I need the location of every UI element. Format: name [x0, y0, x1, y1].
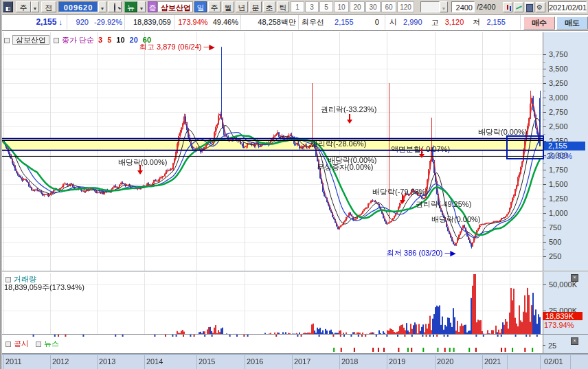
news-dropdown-icon[interactable]: ▼	[137, 1, 146, 12]
news-pane-close-icon[interactable]: ×	[571, 337, 578, 345]
current-price: 2,155	[36, 17, 56, 27]
candle-tool-icon[interactable]	[503, 2, 512, 12]
change-percent: -29.92%	[91, 18, 124, 26]
time-axis-separator	[196, 355, 197, 369]
disclosure-title[interactable]: 공시	[14, 339, 29, 348]
period-tab-일[interactable]: 일	[194, 1, 207, 12]
open-label: 시	[385, 18, 397, 26]
market-type-badge: 증	[148, 1, 157, 12]
panel-toggle-icon[interactable]: ◧	[3, 1, 13, 12]
axis-tick-dash	[543, 126, 546, 127]
interval-button-60[interactable]: 60	[381, 1, 396, 12]
open-value: 2,990	[399, 18, 422, 26]
interval-button-10[interactable]: 10	[334, 1, 349, 12]
axis-tick-dash	[543, 227, 546, 228]
bar-count-total-label: /2400	[477, 3, 496, 11]
period-tab-초[interactable]: 초	[263, 1, 275, 12]
volume-badge-percent: 173.94%	[544, 321, 574, 329]
time-axis-separator	[245, 355, 245, 369]
period-tab-분[interactable]: 분	[249, 1, 262, 12]
volume-pane-close-icon[interactable]: ×	[571, 274, 578, 282]
interval-button-5[interactable]: 5	[319, 1, 333, 12]
axis-tick-dash	[543, 98, 546, 98]
volume-cell: 18,839,059	[125, 15, 174, 30]
amount-cell: 48,258백만	[241, 15, 299, 30]
best-price: 2,155	[326, 18, 354, 26]
interval-button-20[interactable]: 20	[350, 1, 365, 12]
price-axis-label: 3,250	[549, 79, 568, 87]
interval-button-120[interactable]: 120	[397, 1, 414, 12]
annotation-arrow-icon: ─▶	[202, 43, 215, 51]
time-axis-separator	[97, 355, 98, 369]
buy-button[interactable]: 매수	[523, 16, 555, 30]
date-input[interactable]: 2021/02/01	[548, 1, 587, 12]
axis-tick-dash	[543, 134, 545, 135]
axis-tick-dash	[543, 345, 545, 346]
legend-stock-name[interactable]: 삼보산업	[12, 35, 49, 45]
volume-value: 18,839,059	[133, 18, 174, 26]
time-axis-separator	[387, 355, 387, 369]
interval-button-3[interactable]: 3	[305, 1, 319, 12]
line-tool-icon[interactable]	[514, 2, 523, 12]
axis-tick-dash	[543, 62, 545, 63]
axis-tick-dash	[543, 105, 545, 106]
price-axis-label: 1,500	[549, 180, 568, 188]
sell-button[interactable]: 매도	[556, 16, 588, 30]
price-axis[interactable]: 2505007501,0001,2501,5001,7502,0002,2502…	[543, 32, 588, 354]
interval-button-1[interactable]: 1	[291, 1, 304, 12]
pane-splitter[interactable]	[0, 334, 588, 335]
annotation-low: 최저 386 (03/20) ─▶	[387, 248, 456, 258]
axis-tick-dash	[543, 249, 545, 250]
axis-tick-dash	[543, 163, 545, 164]
save-icon[interactable]	[525, 2, 534, 12]
price-axis-label: 1,250	[549, 194, 568, 203]
low-label: 저	[466, 18, 480, 26]
high-value: 3,120	[441, 18, 464, 26]
period-tab-월[interactable]: 월	[222, 1, 234, 12]
turnover-ratio: 49.46%	[210, 18, 240, 26]
time-axis[interactable]: 2011201220132014201520162017201820192020…	[0, 354, 588, 369]
period-tab-주[interactable]: 주	[208, 1, 220, 12]
axis-tick-dash	[543, 213, 546, 214]
price-axis-label: 1,750	[549, 166, 568, 174]
news-mode-button[interactable]: 뉴	[124, 1, 137, 12]
high-label: 고	[425, 18, 439, 26]
event-tick-canvas[interactable]	[0, 334, 543, 353]
axis-tick-dash	[543, 184, 546, 185]
search-button[interactable]	[108, 1, 122, 12]
main-toolbar: ◧ 주 ▼ 전 009620 ▼ 뉴 ▼ 증 삼보산업 일주월년분초틱 1351…	[0, 0, 588, 15]
time-axis-year-label: 2013	[99, 357, 115, 366]
axis-tick-dash	[543, 54, 546, 55]
axis-tick-dash	[543, 206, 545, 207]
chart-legend: 삼보산업종가 단순35102060	[4, 35, 156, 45]
interval-button-30[interactable]: 30	[365, 1, 381, 12]
weekly-dropdown-icon[interactable]: ▼	[31, 1, 39, 12]
bar-count-input[interactable]: 2400	[451, 1, 475, 12]
settings-gear-icon[interactable]: ⚙	[536, 2, 545, 12]
code-dropdown-icon[interactable]: ▼	[98, 1, 106, 12]
event-arrow-icon	[139, 165, 141, 170]
extra-combo[interactable]	[420, 1, 440, 12]
stock-code-input[interactable]: 009620	[58, 1, 98, 12]
price-chart-canvas[interactable]	[0, 32, 543, 271]
best-qty: 0	[356, 18, 379, 26]
time-axis-separator	[540, 355, 541, 369]
period-tab-년[interactable]: 년	[236, 1, 248, 12]
time-axis-year-label: 2012	[52, 357, 69, 366]
legend-ma-20: 20	[130, 36, 138, 44]
current-price-badge: 2,155	[543, 142, 585, 150]
legend-bullet-icon	[36, 342, 41, 347]
time-axis-year-label: 2019	[389, 357, 405, 366]
volume-badge: 18,839K	[543, 312, 583, 320]
range-selection-box[interactable]	[506, 135, 544, 159]
time-axis-separator	[435, 355, 436, 369]
weekly-quick-button[interactable]: 주	[16, 1, 31, 12]
stock-name-field[interactable]: 삼보산업	[157, 1, 193, 12]
prev-stock-button[interactable]: 전	[41, 1, 56, 12]
extra-combo-dropdown-icon[interactable]: ▼	[440, 1, 448, 12]
price-axis-label: 3,000	[549, 93, 568, 102]
period-tab-틱[interactable]: 틱	[277, 1, 289, 12]
axis-tick-dash	[543, 242, 546, 243]
news-title[interactable]: 뉴스	[44, 339, 59, 348]
time-axis-separator	[482, 355, 483, 369]
